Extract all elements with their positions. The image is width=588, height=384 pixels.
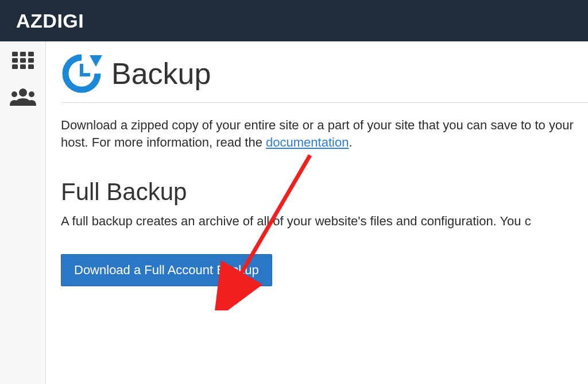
description-text-post: . bbox=[349, 135, 352, 149]
download-full-backup-button[interactable]: Download a Full Account Backup bbox=[61, 254, 272, 286]
sidebar-item-apps[interactable] bbox=[12, 52, 34, 71]
main-content: Backup Download a zipped copy of your en… bbox=[46, 41, 588, 384]
users-icon bbox=[10, 87, 36, 108]
sidebar-item-users[interactable] bbox=[10, 87, 36, 108]
svg-rect-8 bbox=[28, 64, 34, 69]
backup-clock-icon bbox=[61, 53, 102, 94]
svg-rect-2 bbox=[28, 52, 34, 56]
section-description: A full backup creates an archive of all … bbox=[61, 213, 588, 230]
svg-rect-4 bbox=[20, 58, 26, 63]
sidebar bbox=[0, 41, 46, 384]
documentation-link[interactable]: documentation bbox=[266, 135, 349, 149]
svg-marker-12 bbox=[90, 55, 102, 67]
svg-point-10 bbox=[11, 91, 17, 97]
page-title: Backup bbox=[111, 56, 211, 91]
apps-grid-icon bbox=[12, 52, 34, 71]
brand-logo: AZDIGI bbox=[16, 10, 84, 32]
app-header: AZDIGI bbox=[0, 0, 588, 41]
svg-rect-5 bbox=[28, 58, 34, 63]
svg-rect-7 bbox=[20, 64, 26, 69]
svg-point-9 bbox=[19, 89, 27, 97]
svg-rect-6 bbox=[12, 64, 18, 69]
page-title-row: Backup bbox=[61, 53, 588, 94]
main-layout: Backup Download a zipped copy of your en… bbox=[0, 41, 588, 384]
svg-rect-0 bbox=[12, 52, 18, 56]
svg-rect-3 bbox=[12, 58, 18, 63]
divider bbox=[61, 102, 588, 103]
page-description: Download a zipped copy of your entire si… bbox=[61, 117, 588, 151]
svg-point-11 bbox=[29, 91, 34, 97]
svg-rect-1 bbox=[20, 52, 26, 56]
section-title-full-backup: Full Backup bbox=[61, 178, 588, 206]
